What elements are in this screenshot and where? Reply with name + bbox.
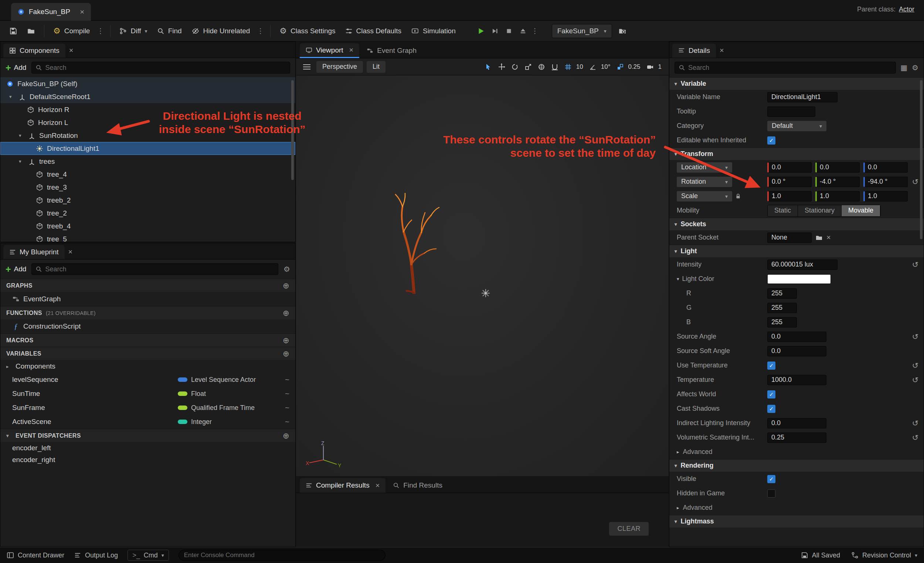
surface-snap-icon[interactable] (549, 61, 561, 73)
viewport-menu-icon[interactable] (300, 61, 313, 73)
variables-section-header[interactable]: VARIABLES⊕ (0, 347, 295, 360)
output-log-button[interactable]: Output Log (74, 551, 118, 559)
reset-use-temperature-icon[interactable]: ↺ (912, 361, 918, 370)
browse-button[interactable] (24, 24, 39, 38)
variable-visibility-icon[interactable]: ~ (285, 403, 290, 412)
eject-button[interactable] (517, 25, 529, 38)
camera-speed-icon[interactable] (644, 61, 656, 73)
camera-speed-value[interactable]: 1 (658, 63, 662, 71)
add-component-button[interactable]: +Add (6, 63, 26, 72)
reset-intensity-icon[interactable]: ↺ (912, 260, 918, 269)
compile-options-kebab[interactable]: ⋮ (96, 27, 105, 35)
save-button[interactable] (6, 24, 21, 38)
tree-row-trees[interactable]: ▾trees (0, 155, 295, 168)
add-macro-icon[interactable]: ⊕ (283, 336, 290, 345)
add-graph-icon[interactable]: ⊕ (283, 281, 290, 290)
details-search[interactable] (675, 62, 896, 74)
socket-clear-icon[interactable]: × (826, 233, 831, 242)
source-angle-input[interactable]: 0.0 (767, 332, 826, 342)
grid-snap-value[interactable]: 10 (576, 63, 583, 71)
macros-section-header[interactable]: MACROS⊕ (0, 333, 295, 347)
variable-visibility-icon[interactable]: ~ (285, 375, 290, 384)
location-x-field[interactable]: 0.0 (767, 162, 812, 173)
play-options-kebab[interactable]: ⋮ (531, 27, 539, 35)
close-icon[interactable]: × (68, 248, 73, 256)
r-input[interactable]: 255 (767, 288, 797, 299)
find-button[interactable]: Find (154, 24, 185, 38)
browse-to-asset-button[interactable] (615, 24, 630, 38)
tree-row-tree4[interactable]: tree_4 (0, 168, 295, 181)
scale-lock-icon[interactable] (735, 193, 741, 199)
hidden-in-game-checkbox[interactable] (767, 489, 776, 498)
location-y-field[interactable]: 0.0 (815, 162, 860, 173)
tab-details[interactable]: Details (672, 44, 716, 58)
tree-row-directionallight[interactable]: DirectionalLight1 (0, 142, 295, 155)
tree-row-horizon-r[interactable]: Horizon R (0, 103, 295, 116)
simulation-button[interactable]: Simulation (408, 24, 459, 38)
variable-row-sunframe[interactable]: SunFrameQualified Frame Time~ (0, 401, 295, 415)
tree-row-treeb4[interactable]: treeb_4 (0, 219, 295, 233)
components-scrollbar[interactable] (291, 80, 294, 180)
reset-indirect-icon[interactable]: ↺ (912, 419, 918, 428)
variable-name-input[interactable]: DirectionalLight1 (767, 92, 837, 102)
expander-open-icon[interactable]: ▾ (19, 133, 24, 138)
transform-section-header[interactable]: ▾Transform (669, 147, 924, 160)
rotation-y-field[interactable]: -4.0 ° (815, 177, 860, 187)
temperature-input[interactable]: 1000.0 (767, 375, 826, 385)
event-graph-item[interactable]: EventGraph (0, 292, 295, 306)
expander-open-icon[interactable]: ▾ (19, 159, 24, 164)
my-blueprint-search-input[interactable] (45, 266, 274, 273)
all-saved-indicator[interactable]: All Saved (801, 551, 840, 559)
volumetric-scattering-input[interactable]: 0.25 (767, 432, 826, 443)
rotation-x-field[interactable]: 0.0 ° (767, 177, 812, 187)
variable-section-header[interactable]: ▾Variable (669, 77, 924, 90)
scale-snap-icon[interactable] (614, 61, 626, 73)
scale-x-field[interactable]: 1.0 (767, 191, 812, 201)
document-tab-fakesun[interactable]: FakeSun_BP × (11, 3, 91, 21)
category-dropdown[interactable]: Default▾ (767, 121, 826, 131)
scale-mode-dropdown[interactable]: Scale▾ (677, 191, 732, 201)
compile-button[interactable]: ⚙Compile (50, 24, 93, 38)
diff-button[interactable]: Diff▾ (116, 24, 150, 38)
scale-snap-value[interactable]: 0.25 (628, 63, 640, 71)
blueprint-selector-dropdown[interactable]: FakeSun_BP▾ (552, 24, 612, 38)
tab-my-blueprint[interactable]: My Blueprint (3, 245, 64, 259)
revision-control-button[interactable]: Revision Control▾ (851, 551, 917, 559)
variable-visibility-icon[interactable]: ~ (285, 389, 290, 398)
rotate-tool-icon[interactable] (509, 61, 521, 73)
hide-unrelated-options-kebab[interactable]: ⋮ (256, 27, 265, 35)
tree-row-self[interactable]: FakeSun_BP (Self) (0, 77, 295, 90)
grid-snap-icon[interactable] (562, 61, 574, 73)
expander-icon[interactable]: ▸ (6, 364, 12, 369)
intensity-input[interactable]: 60.000015 lux (767, 260, 837, 270)
tree-row-tree2[interactable]: tree_2 (0, 207, 295, 219)
view-mode-dropdown[interactable]: Lit (367, 61, 386, 73)
class-settings-button[interactable]: ⚙Class Settings (276, 24, 339, 38)
variable-visibility-icon[interactable]: ~ (285, 417, 290, 426)
mobility-stationary-button[interactable]: Stationary (798, 205, 842, 216)
variable-row-activescene[interactable]: ActiveSceneInteger~ (0, 415, 295, 429)
tree-row-defaultsceneroot[interactable]: ▾DefaultSceneRoot1 (0, 90, 295, 103)
add-dispatcher-icon[interactable]: ⊕ (283, 431, 290, 440)
editable-checkbox[interactable] (767, 137, 776, 144)
rotation-mode-dropdown[interactable]: Rotation▾ (677, 177, 732, 187)
cmd-dropdown[interactable]: >_Cmd▾ (128, 550, 169, 561)
play-button[interactable] (475, 25, 487, 38)
indirect-lighting-input[interactable]: 0.0 (767, 418, 826, 428)
close-icon[interactable]: × (69, 46, 74, 55)
light-advanced-row[interactable]: ▸Advanced (669, 445, 924, 459)
reset-volumetric-icon[interactable]: ↺ (912, 433, 918, 442)
close-icon[interactable]: × (349, 46, 354, 54)
perspective-dropdown[interactable]: Perspective (316, 61, 363, 73)
components-search-input[interactable] (45, 64, 286, 72)
dispatcher-row-encoder-right[interactable]: encoder_right (0, 454, 295, 466)
light-sprite-icon[interactable] (481, 288, 490, 298)
tree-row-tree3[interactable]: tree_3 (0, 181, 295, 194)
light-color-swatch[interactable] (767, 274, 831, 284)
tree-row-horizon-l[interactable]: Horizon L (0, 116, 295, 129)
reset-rotation-icon[interactable]: ↺ (912, 177, 918, 186)
close-icon[interactable]: × (720, 46, 724, 55)
variable-row-suntime[interactable]: SunTimeFloat~ (0, 387, 295, 401)
b-input[interactable]: 255 (767, 317, 797, 327)
socket-browse-folder-icon[interactable] (815, 234, 823, 242)
